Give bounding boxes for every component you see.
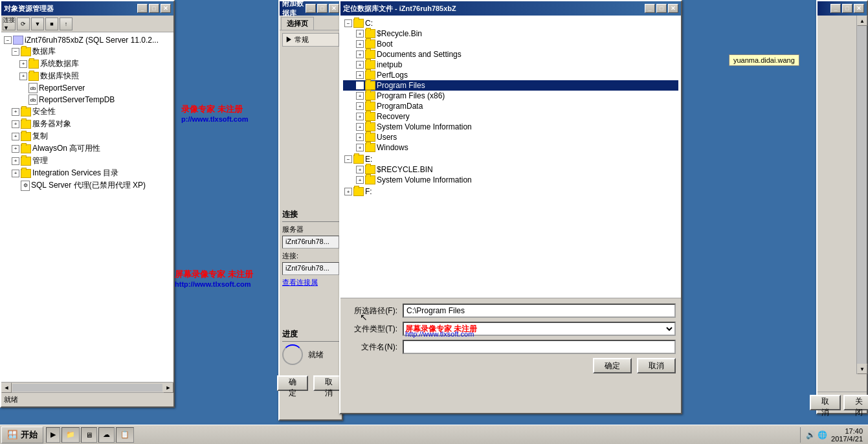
tree-docs[interactable]: + Documents and Settings — [343, 49, 678, 60]
expand-integration[interactable]: + — [12, 170, 19, 177]
connect-minimize-btn[interactable]: _ — [306, 4, 316, 13]
folder-icon-replication — [21, 132, 31, 141]
expand-replication[interactable]: + — [12, 133, 19, 140]
expand-f[interactable]: + — [344, 188, 352, 195]
tree-boot[interactable]: + Boot — [343, 39, 678, 49]
tree-item-serverobj[interactable]: + 服务器对象 — [4, 118, 171, 130]
tree-item-reportservertmpdb[interactable]: db ReportServerTempDB — [4, 94, 171, 105]
filetype-select[interactable] — [403, 322, 676, 336]
expand-serverobj[interactable]: + — [12, 120, 19, 128]
scroll-up-arrow[interactable]: ▲ — [857, 16, 867, 26]
connect-restore-btn[interactable]: □ — [317, 4, 328, 13]
tree-e-drive[interactable]: − E: — [343, 154, 678, 164]
expand-inetpub[interactable]: + — [356, 61, 364, 69]
expand-alwayson[interactable]: + — [12, 145, 19, 153]
tree-e-recycle[interactable]: + $RECYCLE.BIN — [343, 164, 678, 175]
expand-esvi[interactable]: + — [356, 176, 364, 184]
expand-sysdb[interactable]: + — [19, 60, 27, 68]
scroll-right[interactable]: ► — [163, 383, 173, 393]
rp-close-btn[interactable]: ✕ — [854, 4, 864, 13]
fd-restore-btn[interactable]: □ — [656, 4, 667, 13]
tree-program-files[interactable]: + Program Files — [343, 80, 678, 91]
expand-boot[interactable]: + — [356, 40, 364, 48]
refresh-button[interactable]: ⟳ — [17, 17, 30, 30]
filename-input[interactable] — [403, 340, 676, 354]
stop-button[interactable]: ■ — [45, 17, 58, 30]
tree-item-reportserver[interactable]: db ReportServer — [4, 82, 171, 94]
expand-server[interactable]: − — [4, 36, 12, 44]
expand-management[interactable]: + — [12, 157, 19, 165]
expand-snapshot[interactable]: + — [19, 72, 27, 80]
expand-users[interactable]: + — [356, 133, 364, 141]
expand-perflogs[interactable]: + — [356, 71, 364, 79]
fd-minimize-btn[interactable]: _ — [645, 4, 655, 13]
expand-databases[interactable]: − — [12, 48, 19, 56]
collapse-button[interactable]: ↑ — [60, 17, 72, 30]
cancel-button[interactable]: 取消 — [637, 358, 676, 373]
tree-item-alwayson[interactable]: + AlwaysOn 高可用性 — [4, 142, 171, 155]
rp-cancel-btn[interactable]: 取消 — [810, 395, 841, 410]
fd-close-btn[interactable]: ✕ — [668, 4, 678, 13]
tab-select-page[interactable]: 选择页 — [281, 17, 314, 30]
tree-item-databases[interactable]: − 数据库 — [4, 45, 171, 58]
rp-close-btn-btn[interactable]: 关闭 — [843, 395, 868, 410]
expand-e[interactable]: − — [344, 155, 352, 163]
tree-f-drive[interactable]: + F: — [343, 186, 678, 197]
tree-sysvolinfo[interactable]: + System Volume Information — [343, 122, 678, 132]
expand-recovery[interactable]: + — [356, 113, 364, 120]
expand-svi[interactable]: + — [356, 123, 364, 131]
tree-c-drive[interactable]: − C: — [343, 18, 678, 28]
expand-recycle[interactable]: + — [356, 30, 364, 38]
tree-e-sysvolinfo[interactable]: + System Volume Information — [343, 175, 678, 185]
expand-security[interactable]: + — [12, 108, 19, 116]
general-tab-item[interactable]: ▶ 常规 — [282, 33, 339, 47]
expand-c[interactable]: − — [344, 19, 352, 27]
scroll-thumb[interactable] — [857, 26, 867, 364]
tree-item-integration[interactable]: + Integration Services 目录 — [4, 167, 171, 179]
ok-button-main[interactable]: 确定 — [277, 375, 308, 391]
rp-minimize-btn[interactable]: _ — [830, 4, 841, 13]
expand-erecycle[interactable]: + — [356, 166, 364, 173]
tree-item-sqlagent[interactable]: ⚙ SQL Server 代理(已禁用代理 XP) — [4, 179, 171, 192]
connect-close-btn[interactable]: ✕ — [329, 4, 339, 13]
scroll-left[interactable]: ◄ — [1, 383, 12, 393]
path-row: 所选路径(F): — [346, 304, 676, 318]
tree-item-system-db[interactable]: + 系统数据库 — [4, 58, 171, 70]
scroll-track[interactable] — [12, 384, 162, 392]
filter-button[interactable]: ▼ — [31, 17, 44, 30]
connect-button[interactable]: 连接▼ — [3, 17, 16, 30]
tree-inetpub[interactable]: + inetpub — [343, 60, 678, 70]
taskbar-item-clipboard[interactable]: 📋 — [116, 427, 134, 443]
tree-recycle-bin[interactable]: + $Recycle.Bin — [343, 28, 678, 39]
minimize-button[interactable]: _ — [137, 4, 148, 13]
expand-pd[interactable]: + — [356, 102, 364, 110]
tree-windows[interactable]: + Windows — [343, 142, 678, 153]
expand-pfx86[interactable]: + — [356, 92, 364, 100]
tree-item-management[interactable]: + 管理 — [4, 155, 171, 167]
start-button[interactable]: 🪟 开始 — [1, 427, 43, 443]
taskbar-item-explorer[interactable]: 📁 — [61, 427, 80, 443]
tree-item-server[interactable]: − iZnt76ruh785xbZ (SQL Server 11.0.2... — [4, 35, 171, 45]
tree-item-snapshot[interactable]: + 数据库快照 — [4, 70, 171, 82]
taskbar-item-cloud[interactable]: ☁ — [98, 427, 115, 443]
taskbar-item-cmd[interactable]: ▶ — [46, 427, 60, 443]
path-input[interactable] — [403, 304, 676, 318]
tree-pf-x86[interactable]: + Program Files (x86) — [343, 91, 678, 101]
confirm-button[interactable]: 确定 — [593, 358, 632, 373]
tree-users[interactable]: + Users — [343, 132, 678, 142]
tree-item-replication[interactable]: + 复制 — [4, 130, 171, 142]
tree-item-security[interactable]: + 安全性 — [4, 105, 171, 118]
horizontal-scrollbar[interactable]: ◄ ► — [1, 382, 173, 392]
rp-restore-btn[interactable]: □ — [842, 4, 852, 13]
close-button[interactable]: ✕ — [161, 4, 171, 13]
tree-recovery[interactable]: + Recovery — [343, 111, 678, 122]
restore-button[interactable]: □ — [149, 4, 159, 13]
tree-perflogs[interactable]: + PerfLogs — [343, 70, 678, 80]
tree-programdata[interactable]: + ProgramData — [343, 101, 678, 111]
taskbar-item-monitor[interactable]: 🖥 — [81, 427, 97, 443]
expand-pf[interactable]: + — [356, 82, 364, 89]
view-connection-link[interactable]: 查看连接属 — [282, 278, 339, 287]
expand-docs[interactable]: + — [356, 50, 364, 58]
expand-windows[interactable]: + — [356, 144, 364, 151]
scroll-down-arrow[interactable]: ▼ — [857, 364, 867, 374]
